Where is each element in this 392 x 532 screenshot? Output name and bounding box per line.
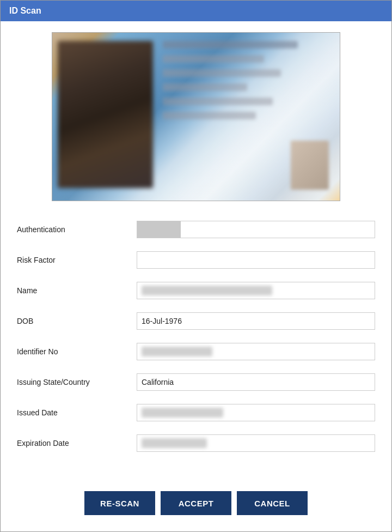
- label-dob: DOB: [17, 317, 137, 325]
- form-row-expiration-date: Expiration Date: [17, 428, 375, 458]
- label-identifier: Identifier No: [17, 347, 137, 356]
- id-line-2: [163, 55, 264, 63]
- dialog-body: Authentication Risk Factor Name DOB: [1, 21, 391, 480]
- rescan-button[interactable]: RE-SCAN: [84, 491, 155, 515]
- issuing-state-input[interactable]: [137, 373, 375, 391]
- id-photo-blur: [58, 41, 153, 188]
- id-thumb-blur: [291, 141, 329, 190]
- label-authentication: Authentication: [17, 225, 137, 234]
- form-section: Authentication Risk Factor Name DOB: [17, 214, 375, 458]
- dialog-title: ID Scan: [9, 6, 41, 15]
- auth-bar-fill: [137, 221, 181, 238]
- form-row-dob: DOB: [17, 306, 375, 336]
- identifier-input-container[interactable]: [137, 343, 375, 360]
- identifier-blurred: [142, 347, 212, 356]
- label-expiration-date: Expiration Date: [17, 439, 137, 448]
- form-row-risk-factor: Risk Factor: [17, 245, 375, 275]
- cancel-button[interactable]: CANCEL: [237, 491, 308, 515]
- issued-date-blurred: [142, 408, 223, 418]
- dialog-header: ID Scan: [1, 1, 391, 21]
- risk-factor-input[interactable]: [137, 251, 375, 269]
- label-issuing-state: Issuing State/Country: [17, 378, 137, 386]
- label-issued-date: Issued Date: [17, 408, 137, 417]
- dialog-footer: RE-SCAN ACCEPT CANCEL: [1, 480, 391, 531]
- accept-button[interactable]: ACCEPT: [161, 491, 231, 515]
- form-row-identifier: Identifier No: [17, 336, 375, 367]
- id-scan-dialog: ID Scan Authent: [0, 0, 392, 532]
- issued-date-input-container[interactable]: [137, 404, 375, 421]
- id-line-6: [163, 112, 256, 119]
- label-risk-factor: Risk Factor: [17, 256, 137, 264]
- form-row-issued-date: Issued Date: [17, 397, 375, 428]
- form-row-name: Name: [17, 275, 375, 306]
- label-name: Name: [17, 286, 137, 295]
- dob-input[interactable]: [137, 312, 375, 330]
- id-card-image: [52, 32, 340, 201]
- authentication-bar[interactable]: [137, 221, 375, 238]
- name-input-container[interactable]: [137, 282, 375, 299]
- id-line-3: [163, 69, 281, 77]
- name-blurred: [142, 286, 272, 295]
- expiration-date-input-container[interactable]: [137, 434, 375, 452]
- id-line-5: [163, 98, 273, 105]
- form-row-issuing-state: Issuing State/Country: [17, 367, 375, 397]
- id-image-container: [17, 32, 375, 201]
- id-line-4: [163, 83, 247, 91]
- expiration-date-blurred: [142, 438, 207, 448]
- form-row-authentication: Authentication: [17, 214, 375, 245]
- id-line-1: [163, 41, 298, 49]
